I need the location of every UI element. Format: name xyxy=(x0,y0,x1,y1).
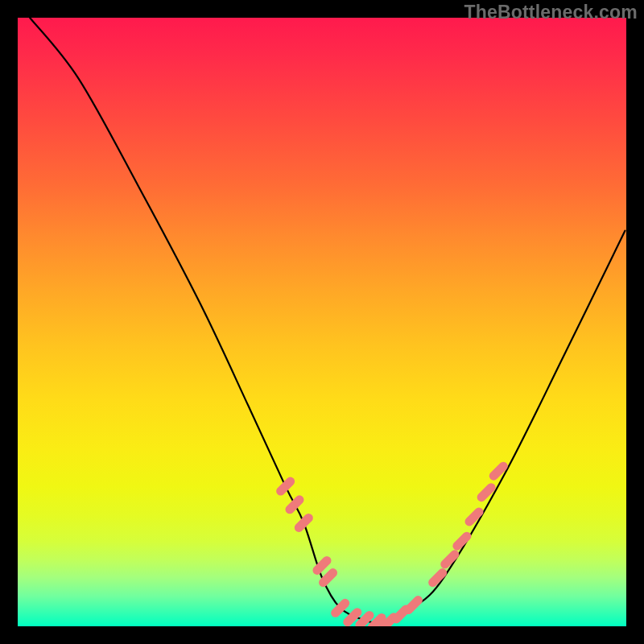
marker-dot xyxy=(281,481,291,491)
marker-dot xyxy=(299,518,308,527)
marker-dot xyxy=(290,500,299,510)
marker-dot xyxy=(481,488,491,497)
watermark: TheBottleneck.com xyxy=(464,2,638,23)
bottleneck-curve xyxy=(30,18,625,623)
marker-dot xyxy=(408,601,418,610)
marker-dot xyxy=(324,573,333,583)
chart-svg xyxy=(18,18,626,626)
marker-dot xyxy=(493,466,503,476)
marker-dot xyxy=(317,560,327,570)
chart-container: TheBottleneck.com xyxy=(0,0,644,644)
marker-dot xyxy=(469,512,479,522)
marker-dot xyxy=(360,615,369,625)
highlight-dots xyxy=(281,466,504,626)
plot-area xyxy=(18,18,626,626)
